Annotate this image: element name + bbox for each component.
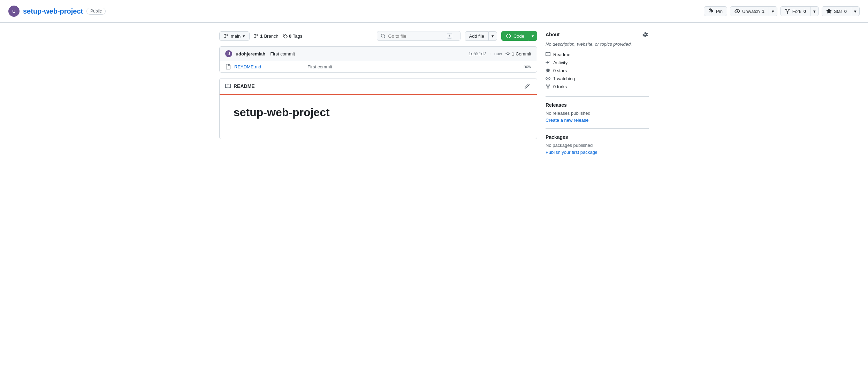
add-file-dropdown-button[interactable]: ▾ (488, 31, 497, 41)
about-title: About (546, 32, 559, 37)
about-heading: About (546, 31, 649, 38)
search-icon (381, 33, 386, 38)
branch-count-icon (254, 33, 259, 38)
readme-link-label: Readme (553, 52, 570, 57)
fork-button-group: Fork 0 ▾ (780, 6, 819, 16)
pin-label: Pin (716, 9, 723, 14)
activity-icon (546, 60, 550, 65)
packages-title: Packages (546, 134, 568, 140)
file-name-link[interactable]: README.md (234, 64, 304, 69)
pin-icon (708, 8, 714, 14)
code-label: Code (513, 33, 524, 39)
readme-link-icon (546, 52, 550, 57)
right-sidebar: About No description, website, or topics… (546, 31, 649, 166)
branch-icon (224, 33, 229, 38)
releases-title: Releases (546, 102, 567, 108)
forks-stat[interactable]: 0 forks (546, 83, 649, 91)
gear-icon (642, 32, 648, 37)
readme-title-text: README (234, 83, 255, 89)
readme-section: README setup-web-project (219, 78, 537, 139)
stars-stat[interactable]: 0 stars (546, 67, 649, 75)
stars-count-label: 0 stars (553, 68, 567, 73)
star-icon (826, 8, 832, 14)
search-shortcut-badge: t (447, 33, 452, 39)
fork-count: 0 (804, 9, 806, 14)
unwatch-button[interactable]: Unwatch 1 (730, 7, 769, 16)
repo-actions: Pin Unwatch 1 ▾ Fork 0 ▾ Star 0 (704, 6, 860, 16)
file-table: U udohjeremiah First commit 1e551d7 · no… (219, 46, 537, 73)
readme-content: setup-web-project (220, 95, 537, 139)
tag-count-label: Tags (293, 33, 302, 39)
create-release-link[interactable]: Create a new release (546, 118, 589, 123)
center-column: main ▾ 1 Branch 0 Tags t (219, 31, 537, 166)
fork-icon-header (785, 8, 790, 14)
unwatch-label: Unwatch (742, 9, 760, 14)
table-row: README.md First commit now (220, 61, 537, 72)
add-file-button-group: Add file ▾ (465, 31, 497, 41)
go-to-file-search: t (377, 31, 460, 41)
commit-message-text: First commit (270, 51, 295, 57)
repo-header: U setup-web-project Public Pin Unwatch 1… (0, 0, 868, 23)
readme-project-name: setup-web-project (234, 106, 523, 122)
avatar: U (8, 6, 20, 17)
packages-none-text: No packages published (546, 143, 649, 148)
code-icon (506, 33, 511, 39)
fork-stat-icon (546, 84, 550, 89)
repo-name[interactable]: setup-web-project (23, 7, 83, 15)
commit-time: now (494, 51, 502, 56)
main-container: main ▾ 1 Branch 0 Tags t (211, 23, 657, 166)
star-dropdown-button[interactable]: ▾ (851, 7, 859, 16)
commit-label: Commit (516, 51, 531, 57)
releases-none-text: No releases published (546, 111, 649, 116)
star-label: Star (834, 9, 842, 14)
releases-heading: Releases (546, 102, 649, 108)
publish-package-link[interactable]: Publish your first package (546, 150, 597, 155)
commit-author-link[interactable]: udohjeremiah (236, 51, 265, 57)
eye-icon (734, 8, 740, 14)
branch-selector-button[interactable]: main ▾ (219, 31, 250, 41)
code-dropdown-button[interactable]: ▾ (528, 31, 537, 41)
file-icon (225, 64, 231, 69)
readme-title: README (225, 83, 255, 89)
unwatch-dropdown-button[interactable]: ▾ (769, 7, 777, 16)
star-button[interactable]: Star 0 (822, 7, 851, 16)
commit-row: U udohjeremiah First commit 1e551d7 · no… (220, 47, 537, 61)
readme-link[interactable]: Readme (546, 51, 649, 59)
eye-stat-icon (546, 76, 550, 81)
commits-icon (505, 51, 510, 56)
branch-count-link[interactable]: 1 Branch (254, 33, 278, 39)
packages-section: Packages No packages published Publish y… (546, 134, 649, 160)
toolbar-row: main ▾ 1 Branch 0 Tags t (219, 31, 537, 41)
branch-count-number: 1 (260, 33, 262, 39)
commit-hash[interactable]: 1e551d7 (469, 51, 486, 56)
activity-link[interactable]: Activity (546, 59, 649, 67)
fork-dropdown-button[interactable]: ▾ (810, 7, 818, 16)
file-time: now (524, 64, 531, 69)
repo-title-area: U setup-web-project Public (8, 6, 106, 17)
activity-link-label: Activity (553, 60, 568, 65)
add-file-button[interactable]: Add file (465, 31, 488, 41)
readme-edit-button[interactable] (523, 82, 531, 90)
forks-count-label: 0 forks (553, 84, 567, 89)
branch-chevron-icon: ▾ (243, 33, 245, 39)
unwatch-button-group: Unwatch 1 ▾ (730, 6, 777, 16)
commit-count-link[interactable]: 1 Commit (505, 51, 531, 57)
fork-label: Fork (792, 9, 801, 14)
branch-count-label: Branch (264, 33, 278, 39)
tag-count-link[interactable]: 0 Tags (283, 33, 303, 39)
releases-section: Releases No releases published Create a … (546, 102, 649, 129)
watching-stat[interactable]: 1 watching (546, 75, 649, 83)
about-settings-button[interactable] (642, 31, 649, 38)
about-description: No description, website, or topics provi… (546, 41, 649, 48)
add-file-label: Add file (469, 33, 484, 39)
star-stat-icon (546, 68, 550, 73)
readme-header: README (220, 78, 537, 95)
commit-author-avatar: U (225, 50, 232, 57)
star-count: 0 (844, 9, 847, 14)
unwatch-count: 1 (762, 9, 764, 14)
code-button[interactable]: Code (501, 31, 528, 41)
fork-button[interactable]: Fork 0 (781, 7, 810, 16)
pencil-icon (524, 83, 530, 89)
pin-button[interactable]: Pin (704, 6, 727, 16)
search-input[interactable] (388, 33, 444, 39)
